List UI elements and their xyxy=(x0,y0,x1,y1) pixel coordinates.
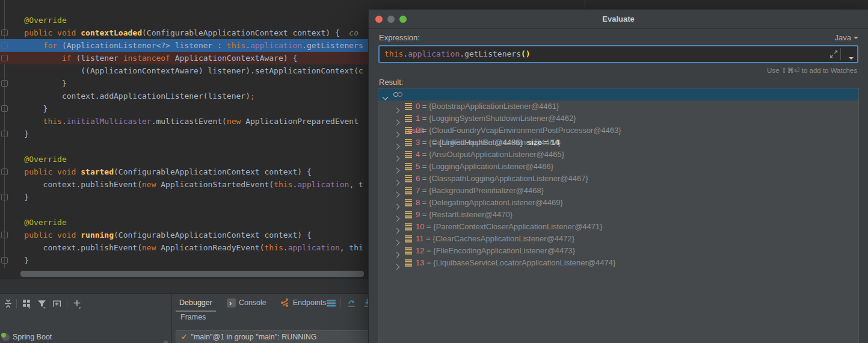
fold-marker-icon[interactable] xyxy=(1,257,8,264)
result-item[interactable]: 6 = {ClasspathLoggingApplicationListener… xyxy=(378,173,858,185)
watch-hint: Use ⇧⌘⏎ to add to Watches xyxy=(767,66,857,75)
result-item[interactable]: 8 = {DelegatingApplicationListener@4469} xyxy=(378,197,858,209)
fold-marker-icon[interactable] xyxy=(1,105,8,112)
ide-screen: @Override public void contextLoaded(Conf… xyxy=(0,0,868,343)
endpoints-icon xyxy=(281,298,290,307)
scrollbar-thumb-vertical[interactable] xyxy=(164,341,168,343)
run-config-spring-boot[interactable]: Spring Boot xyxy=(0,332,171,343)
result-item[interactable]: 0 = {BootstrapApplicationListener@4461} xyxy=(378,100,858,113)
list-element-icon xyxy=(405,259,412,267)
result-item[interactable]: 1 = {LoggingSystemShutdownListener@4462} xyxy=(378,113,858,125)
threads-icon[interactable] xyxy=(326,298,336,308)
debug-tabs: Debugger Console Endpoints xyxy=(172,294,333,312)
add-watch-icon[interactable] xyxy=(72,298,82,309)
spring-boot-icon xyxy=(2,333,10,341)
scrollbar-thumb-horizontal[interactable] xyxy=(20,270,365,277)
result-item[interactable]: 9 = {RestartListener@4470} xyxy=(378,209,858,221)
field-separator xyxy=(840,48,841,60)
expression-label: Expression: xyxy=(379,33,420,42)
expression-text: this.application.getListeners() xyxy=(384,46,531,62)
list-element-icon xyxy=(405,127,412,135)
fold-marker-icon[interactable] xyxy=(1,131,8,137)
list-element-icon xyxy=(405,235,412,243)
chevron-right-icon[interactable] xyxy=(395,261,399,273)
collapse-frames-icon[interactable] xyxy=(3,298,13,309)
list-element-icon xyxy=(405,163,412,171)
fold-marker-icon[interactable] xyxy=(1,42,8,49)
run-configurations-tree: Spring Boot Running GateWayApplication xyxy=(0,312,171,343)
list-element-icon xyxy=(405,175,412,183)
fold-marker-icon[interactable] xyxy=(1,168,8,175)
frames-label: Frames xyxy=(180,313,206,321)
result-item[interactable]: 7 = {BackgroundPreinitializer@4468} xyxy=(378,185,858,197)
tab-endpoints[interactable]: Endpoints xyxy=(274,294,334,312)
dialog-title: Evaluate xyxy=(369,10,868,28)
tab-console[interactable]: Console xyxy=(220,294,274,312)
expression-input[interactable]: this.application.getListeners() xyxy=(378,45,858,63)
result-item[interactable]: 10 = {ParentContextCloserApplicationList… xyxy=(378,221,858,233)
list-element-icon xyxy=(405,199,412,207)
list-element-icon xyxy=(405,151,412,159)
result-item[interactable]: 3 = {ConfigFileApplicationListener@4464} xyxy=(378,137,858,149)
result-label: Result: xyxy=(379,78,403,87)
add-to-frame-icon[interactable] xyxy=(52,298,62,309)
filter-icon[interactable] xyxy=(37,298,47,309)
tab-debugger[interactable]: Debugger xyxy=(172,294,220,312)
chevron-down-icon xyxy=(854,37,858,39)
restore-layout-icon[interactable] xyxy=(346,298,357,308)
list-element-icon xyxy=(405,223,412,231)
result-item[interactable]: 4 = {AnsiOutputApplicationListener@4465} xyxy=(378,149,858,161)
result-root-row[interactable]: result = {LinkedHashSet@4486} size = 14 xyxy=(378,88,858,100)
check-icon: ✓ xyxy=(181,333,187,341)
fold-marker-icon[interactable] xyxy=(1,80,8,87)
watch-result-icon xyxy=(393,92,404,97)
list-element-icon xyxy=(405,247,412,255)
expand-editor-icon[interactable] xyxy=(830,50,838,58)
terminal-icon xyxy=(227,298,236,307)
fold-marker-icon[interactable] xyxy=(1,29,8,36)
fold-marker-icon[interactable] xyxy=(1,55,8,61)
result-item[interactable]: 2 = {CloudFoundryVcapEnvironmentPostProc… xyxy=(378,125,858,137)
result-item[interactable]: 11 = {ClearCachesApplicationListener@447… xyxy=(378,233,858,245)
list-element-icon xyxy=(405,103,412,111)
expression-history-dropdown[interactable] xyxy=(849,52,854,61)
result-item[interactable]: 5 = {LoggingApplicationListener@4466} xyxy=(378,161,858,173)
fold-marker-icon[interactable] xyxy=(1,232,8,238)
result-tree[interactable]: result = {LinkedHashSet@4486} size = 14 … xyxy=(378,88,859,343)
result-item[interactable]: 13 = {LiquibaseServiceLocatorApplication… xyxy=(378,257,858,269)
list-element-icon xyxy=(405,187,412,195)
toolbar-separator xyxy=(340,298,341,307)
fold-marker-icon[interactable] xyxy=(1,194,8,200)
dialog-titlebar[interactable]: Evaluate xyxy=(369,10,868,29)
list-element-icon xyxy=(405,115,412,123)
result-item[interactable]: 12 = {FileEncodingApplicationListener@44… xyxy=(378,245,858,257)
view-options-icon[interactable] xyxy=(22,298,32,309)
list-element-icon xyxy=(405,139,412,147)
toolbar-separator xyxy=(67,299,67,308)
editor-caret-line xyxy=(585,0,585,8)
evaluate-dialog: Evaluate Expression: Java this.applicati… xyxy=(368,9,868,343)
language-selector[interactable]: Java xyxy=(835,33,858,42)
list-element-icon xyxy=(405,211,412,219)
toolbar-separator xyxy=(16,299,17,308)
